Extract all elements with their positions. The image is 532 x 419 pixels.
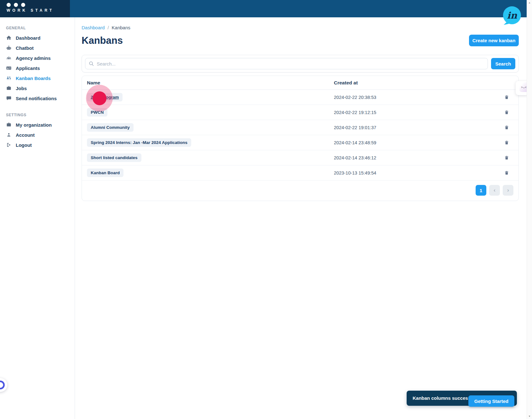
sidebar-item-send-notifications[interactable]: Send notifications — [0, 93, 75, 103]
scroll-down-arrow-icon[interactable]: ▼ — [527, 415, 532, 418]
person-icon — [6, 132, 12, 138]
linkedin-icon: in — [503, 6, 521, 24]
sidebar-item-kanban-boards[interactable]: Kanban Boards — [0, 73, 75, 83]
breadcrumb-dashboard-link[interactable]: Dashboard — [82, 25, 105, 30]
kanban-name-chip[interactable]: Spring 2024 Interns: Jan -Mar 2024 Appli… — [87, 138, 191, 147]
home-icon — [6, 35, 12, 41]
delete-kanban-button[interactable] — [503, 93, 510, 101]
sidebar-item-applicants[interactable]: Applicants — [0, 63, 75, 73]
created-at-value: 2024-02-22 19:12:15 — [334, 110, 500, 115]
sidebar-item-chatbot[interactable]: Chatbot — [0, 43, 75, 53]
sidebar-item-agency-admins[interactable]: Agency admins — [0, 53, 75, 63]
kanban-name-chip[interactable]: Kanban Board — [87, 169, 123, 177]
people-group-icon — [6, 55, 12, 61]
delete-kanban-button[interactable] — [503, 108, 510, 116]
briefcase-icon — [6, 122, 12, 128]
trash-icon — [504, 155, 509, 160]
robot-icon — [6, 45, 12, 51]
getting-started-button[interactable]: Getting Started — [468, 395, 514, 407]
page-title: Kanbans — [82, 35, 123, 46]
trash-icon — [504, 110, 509, 115]
table-row: Alumni Community 2024-02-22 19:01:37 — [82, 120, 518, 135]
linkedin-badge[interactable]: in — [503, 6, 521, 24]
previous-page-button[interactable]: ‹ — [489, 185, 500, 196]
trash-icon — [504, 170, 509, 175]
briefcase-icon — [6, 85, 12, 91]
created-at-value: 2024-02-14 23:48:59 — [334, 140, 500, 145]
logout-icon — [6, 142, 12, 148]
table-row: Kanban Board 2023-10-13 15:49:54 — [82, 165, 518, 181]
delete-kanban-button[interactable] — [503, 139, 510, 146]
delete-kanban-button[interactable] — [503, 169, 510, 177]
logo-text: WORK START — [7, 8, 70, 13]
scrollbar[interactable]: ▲ ▼ — [527, 0, 532, 419]
trash-icon — [504, 125, 509, 130]
created-at-value: 2024-02-22 20:38:53 — [334, 95, 500, 100]
sidebar-section-settings: SETTINGS — [0, 103, 75, 120]
next-page-button[interactable]: › — [503, 185, 513, 196]
sidebar: GENERAL Dashboard Chatbot Agency admins … — [0, 17, 75, 419]
sidebar-section-general: GENERAL — [0, 17, 75, 33]
column-header-name: Name — [87, 80, 334, 86]
search-card: Search — [82, 55, 519, 72]
table-row: Short listed candidates 2024-02-14 23:46… — [82, 150, 518, 165]
page-1-button[interactable]: 1 — [476, 185, 486, 196]
scroll-up-arrow-icon[interactable]: ▲ — [527, 1, 532, 4]
table-row: 2024 Program 2024-02-22 20:38:53 — [82, 90, 518, 105]
kanban-name-chip[interactable]: Alumni Community — [87, 123, 134, 132]
sidebar-item-logout[interactable]: Logout — [0, 140, 75, 150]
logo-dots-icon — [7, 3, 70, 7]
column-header-created-at: Created at — [334, 80, 500, 86]
created-at-value: 2024-02-22 19:01:37 — [334, 125, 500, 130]
delete-kanban-button[interactable] — [503, 154, 510, 162]
top-bar: WORK START — [0, 0, 532, 17]
kanban-name-chip[interactable]: PWCN — [87, 108, 107, 117]
kanbans-table: Name Created at 2024 Program 2024-02-22 … — [82, 76, 519, 201]
create-new-kanban-button[interactable]: Create new kanban — [469, 35, 519, 46]
search-icon — [89, 61, 94, 66]
created-at-value: 2023-10-13 15:49:54 — [334, 170, 500, 175]
search-button[interactable]: Search — [491, 58, 515, 69]
table-row: Spring 2024 Interns: Jan -Mar 2024 Appli… — [82, 135, 518, 150]
sidebar-item-jobs[interactable]: Jobs — [0, 83, 75, 93]
breadcrumb: Dashboard / Kanbans — [82, 25, 519, 30]
sidebar-item-account[interactable]: Account — [0, 130, 75, 140]
app-logo: WORK START — [0, 0, 70, 17]
ring-icon — [0, 381, 5, 389]
breadcrumb-current: Kanbans — [112, 25, 130, 30]
sidebar-item-dashboard[interactable]: Dashboard — [0, 33, 75, 43]
trash-icon — [504, 140, 509, 145]
kanban-people-icon — [6, 75, 12, 81]
sidebar-item-my-organization[interactable]: My organization — [0, 120, 75, 130]
chat-bubble-icon — [6, 95, 12, 101]
trash-icon — [504, 95, 509, 100]
table-row: PWCN 2024-02-22 19:12:15 — [82, 105, 518, 120]
kanban-name-link[interactable]: 2024 Program — [87, 93, 123, 101]
contact-card-icon — [6, 65, 12, 71]
delete-kanban-button[interactable] — [503, 123, 510, 131]
created-at-value: 2024-02-14 23:46:12 — [334, 155, 500, 160]
kanban-name-chip[interactable]: Short listed candidates — [87, 153, 141, 162]
table-header: Name Created at — [82, 76, 518, 90]
search-input[interactable] — [85, 58, 488, 69]
breadcrumb-separator: / — [107, 25, 109, 30]
pagination: 1 ‹ › — [82, 181, 518, 201]
main-content: Dashboard / Kanbans Kanbans Create new k… — [75, 17, 519, 201]
